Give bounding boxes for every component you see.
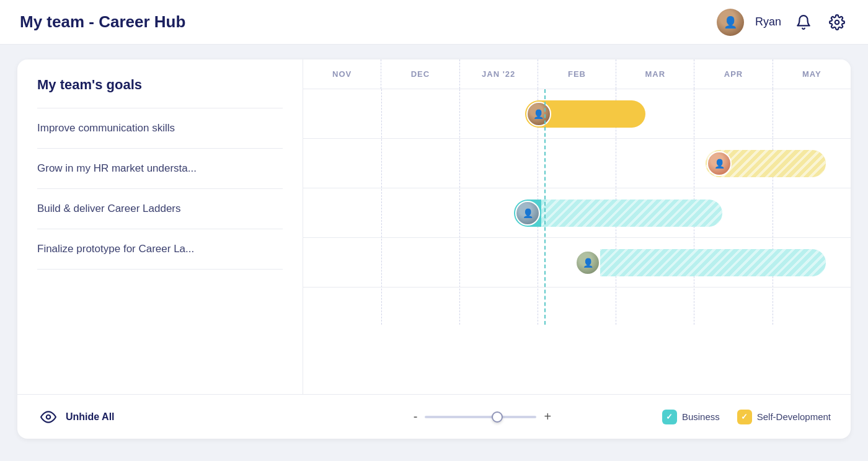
legend-section: ✓ Business ✓ Self-Development	[662, 410, 831, 424]
svg-point-1	[46, 415, 51, 419]
zoom-out-button[interactable]: -	[414, 410, 418, 424]
zoom-in-button[interactable]: +	[544, 410, 551, 424]
goal-item[interactable]: Grow in my HR market understa...	[37, 149, 283, 189]
slider-section: - +	[322, 410, 642, 424]
goal-item[interactable]: Finalize prototype for Career La...	[37, 229, 283, 270]
gantt-row-empty	[303, 288, 851, 325]
header: My team - Career Hub 👤 Ryan	[0, 0, 868, 45]
main-content: My team's goals Improve communication sk…	[0, 45, 868, 454]
user-avatar[interactable]: 👤	[717, 9, 744, 36]
card-footer: Unhide All - + ✓ Business ✓ Self-Develop…	[17, 394, 851, 439]
bar-3[interactable]: 👤	[514, 200, 722, 227]
bar-1[interactable]: 👤	[525, 100, 645, 128]
bar-4[interactable]: 👤	[574, 249, 826, 276]
card-body: My team's goals Improve communication sk…	[17, 59, 851, 394]
slider-thumb[interactable]	[492, 411, 503, 423]
legend-self-dev-check[interactable]: ✓	[737, 410, 752, 424]
month-nov: NOV	[303, 59, 381, 89]
goal-item[interactable]: Improve communication skills	[37, 108, 283, 149]
bar-2[interactable]: 👤	[706, 150, 826, 177]
legend-business: ✓ Business	[662, 410, 720, 424]
gantt-row-1: 👤	[303, 89, 851, 139]
legend-business-check[interactable]: ✓	[662, 410, 677, 424]
legend-self-dev-label: Self-Development	[757, 411, 831, 422]
month-apr: APR	[694, 59, 773, 89]
svg-point-0	[835, 20, 839, 24]
month-jan: JAN '22	[460, 59, 538, 89]
bar-avatar-3: 👤	[515, 201, 540, 226]
page-title: My team - Career Hub	[20, 12, 185, 32]
unhide-section: Unhide All	[37, 406, 322, 428]
goals-card: My team's goals Improve communication sk…	[17, 59, 851, 439]
gantt-row-2: 👤	[303, 139, 851, 188]
zoom-slider[interactable]	[425, 416, 536, 418]
bar-avatar-4: 👤	[575, 250, 600, 275]
header-right: 👤 Ryan	[717, 9, 848, 36]
goals-title: My team's goals	[37, 77, 283, 93]
gantt-row-3: 👤	[303, 188, 851, 238]
notification-icon[interactable]	[792, 11, 815, 33]
settings-icon[interactable]	[826, 11, 848, 33]
month-row: NOV DEC JAN '22 FEB MAR APR MAY	[303, 59, 851, 89]
month-feb: FEB	[538, 59, 616, 89]
gantt-row-4: 👤	[303, 238, 851, 288]
month-may: MAY	[773, 59, 851, 89]
month-mar: MAR	[616, 59, 694, 89]
user-name: Ryan	[755, 15, 781, 29]
bar-avatar-2: 👤	[707, 151, 732, 176]
unhide-label[interactable]: Unhide All	[66, 411, 115, 423]
eye-icon[interactable]	[37, 406, 60, 428]
legend-business-label: Business	[682, 411, 720, 422]
goal-item[interactable]: Build & deliver Career Ladders	[37, 189, 283, 229]
goals-panel: My team's goals Improve communication sk…	[17, 59, 303, 394]
legend-self-dev: ✓ Self-Development	[737, 410, 831, 424]
month-dec: DEC	[381, 59, 459, 89]
gantt-rows: 👤 👤	[303, 89, 851, 325]
bar-avatar-1: 👤	[526, 102, 551, 126]
gantt-panel: NOV DEC JAN '22 FEB MAR APR MAY	[303, 59, 851, 394]
